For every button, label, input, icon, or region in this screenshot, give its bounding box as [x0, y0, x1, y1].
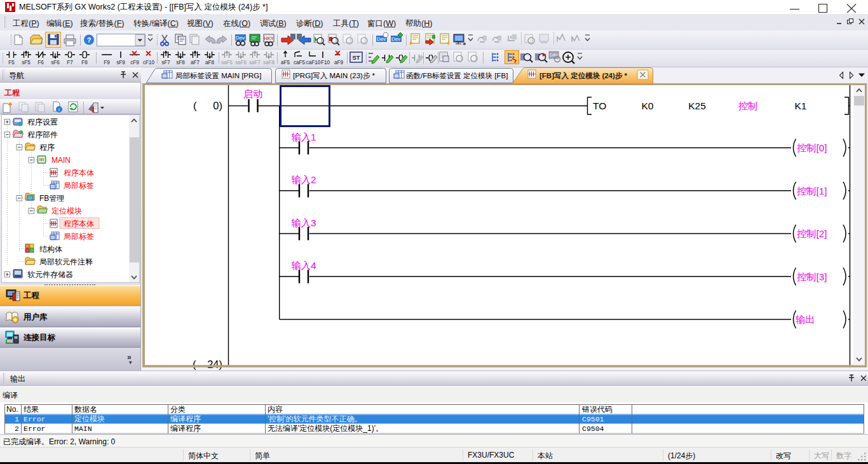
svg-text:程序部件: 程序部件: [27, 130, 58, 139]
svg-text:2: 2: [15, 425, 19, 433]
svg-text:输出: 输出: [796, 314, 815, 325]
svg-text:saF5: saF5: [221, 60, 233, 65]
svg-text:FB管理: FB管理: [39, 194, 64, 203]
svg-text:F8: F8: [81, 60, 88, 65]
svg-text:sF8: sF8: [176, 60, 185, 65]
svg-text:编译程序: 编译程序: [170, 414, 201, 423]
svg-text:局部软元件注释: 局部软元件注释: [39, 257, 93, 266]
svg-text:HKY: HKY: [264, 36, 273, 41]
svg-text:[PRG]写入 MAIN (23)步 *: [PRG]写入 MAIN (23)步 *: [293, 72, 376, 79]
svg-text:TO: TO: [593, 100, 606, 111]
svg-text:定位模块: 定位模块: [51, 207, 82, 215]
svg-text:程序本体: 程序本体: [64, 219, 94, 228]
svg-text:结构体: 结构体: [39, 245, 62, 254]
svg-text:aF5: aF5: [281, 60, 290, 65]
svg-text:软元件存储器: 软元件存储器: [27, 270, 73, 279]
svg-text:[FB]写入 定位模块 (24)步 *: [FB]写入 定位模块 (24)步 *: [539, 72, 628, 80]
svg-text:Error: Error: [24, 415, 46, 423]
svg-text:输入3: 输入3: [291, 217, 316, 228]
svg-text:控制[2]: 控制[2]: [797, 228, 827, 239]
svg-text:C9504: C9504: [582, 425, 604, 433]
svg-text:无法编译'定位模块(定位模块_1)'。: 无法编译'定位模块(定位模块_1)'。: [268, 424, 383, 433]
svg-text:输入1: 输入1: [291, 132, 316, 142]
svg-text:1: 1: [15, 415, 19, 423]
svg-text:错误代码: 错误代码: [581, 405, 613, 414]
svg-text:控制[0]: 控制[0]: [797, 142, 827, 153]
svg-text:saF8: saF8: [263, 60, 275, 65]
svg-text:F10: F10: [321, 60, 330, 65]
svg-text:结果: 结果: [24, 405, 39, 414]
svg-text:'控制'的软元件类型不正确。: '控制'的软元件类型不正确。: [268, 414, 362, 423]
svg-text:Dev: Dev: [391, 36, 400, 42]
svg-text:程序设置: 程序设置: [27, 118, 58, 126]
svg-text:控制[3]: 控制[3]: [797, 271, 827, 282]
svg-text:F9: F9: [104, 60, 110, 65]
svg-text:启动: 启动: [243, 88, 263, 99]
svg-text:aF8: aF8: [205, 60, 215, 65]
svg-text:(: (: [193, 358, 196, 370]
svg-text:saF7: saF7: [249, 60, 261, 65]
svg-text:ST: ST: [352, 54, 360, 61]
svg-text:aF9: aF9: [334, 60, 344, 65]
svg-text:内容: 内容: [268, 405, 283, 414]
svg-text:sF7: sF7: [161, 60, 170, 65]
svg-text:C9501: C9501: [582, 415, 604, 423]
svg-text:aF7: aF7: [191, 60, 200, 65]
svg-text:K1: K1: [795, 100, 807, 111]
svg-text:No.: No.: [6, 405, 18, 414]
svg-text:F6: F6: [37, 60, 44, 65]
svg-text:24): 24): [207, 358, 222, 370]
svg-text:0): 0): [213, 100, 222, 111]
svg-text:Error: Error: [24, 425, 46, 433]
svg-text:控制[1]: 控制[1]: [797, 186, 827, 196]
svg-text:sF5: sF5: [22, 60, 31, 65]
svg-text:MAIN: MAIN: [51, 156, 71, 165]
svg-text:分类: 分类: [170, 405, 186, 414]
svg-text:i: i: [58, 107, 60, 113]
svg-text:程序本体: 程序本体: [64, 168, 94, 177]
svg-text:cF10: cF10: [143, 60, 155, 65]
svg-text:caF5: caF5: [294, 60, 306, 65]
svg-text:MAIN: MAIN: [74, 425, 92, 433]
svg-text:cF9: cF9: [130, 60, 139, 65]
svg-text:控制: 控制: [738, 100, 758, 111]
svg-text:K0: K0: [642, 100, 654, 111]
svg-text:saF6: saF6: [235, 60, 247, 65]
svg-text:局部标签: 局部标签: [64, 181, 94, 190]
svg-text:程序: 程序: [39, 143, 55, 152]
svg-text:?: ?: [87, 36, 92, 44]
svg-text:局部标签设置 MAIN [PRG]: 局部标签设置 MAIN [PRG]: [175, 72, 261, 79]
svg-text:数据名: 数据名: [74, 405, 97, 414]
svg-text:输入2: 输入2: [291, 174, 316, 185]
svg-text:F7: F7: [67, 60, 73, 65]
svg-text:编译程序: 编译程序: [170, 424, 201, 433]
svg-text:定位模块: 定位模块: [74, 414, 105, 423]
svg-text:(: (: [193, 100, 197, 111]
svg-text:K25: K25: [688, 100, 706, 111]
svg-text:F5: F5: [8, 60, 15, 65]
svg-text:Dev: Dev: [236, 35, 245, 41]
svg-text:sF9: sF9: [116, 60, 125, 65]
svg-text:输入4: 输入4: [291, 260, 316, 271]
svg-text:函数/FB标签设置 定位模块 [FB]: 函数/FB标签设置 定位模块 [FB]: [406, 72, 508, 79]
svg-text:caF10: caF10: [306, 60, 321, 65]
svg-text:局部标签: 局部标签: [64, 232, 94, 241]
svg-text:sF6: sF6: [51, 60, 60, 65]
